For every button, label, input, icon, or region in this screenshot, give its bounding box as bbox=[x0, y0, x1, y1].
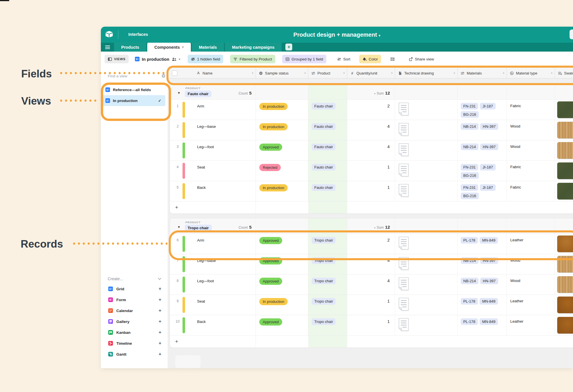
row-cell[interactable] bbox=[395, 140, 458, 160]
row-cell[interactable]: 4 bbox=[347, 254, 395, 274]
column-caret-icon[interactable]: ▾ bbox=[454, 72, 455, 75]
row-cell[interactable] bbox=[395, 120, 458, 140]
row-cell[interactable] bbox=[555, 120, 573, 140]
row-cell[interactable]: 1 bbox=[347, 181, 395, 201]
row-cell[interactable] bbox=[555, 181, 573, 201]
row-cell[interactable]: FN-231JI-187BG-216 bbox=[458, 161, 507, 181]
row-cell[interactable]: 7Leg—base bbox=[170, 254, 256, 274]
sidebar-view-in-production[interactable]: In production✓ bbox=[102, 95, 165, 106]
row-cell[interactable]: 9Seat bbox=[170, 295, 256, 315]
row-cell[interactable]: Wood bbox=[507, 254, 555, 274]
row-cell[interactable]: Fauto chair bbox=[308, 120, 347, 140]
row-cell[interactable]: Wood bbox=[507, 140, 555, 160]
add-record-cell[interactable]: + bbox=[170, 336, 256, 348]
row-cell[interactable] bbox=[395, 254, 458, 274]
material-pill[interactable]: JI-187 bbox=[480, 184, 495, 191]
material-pill[interactable]: PL-178 bbox=[461, 298, 478, 305]
row-cell[interactable]: Fauto chair bbox=[308, 181, 347, 201]
tab-materials[interactable]: Materials bbox=[192, 43, 224, 52]
row-cell[interactable] bbox=[555, 100, 573, 120]
row-height-button[interactable] bbox=[387, 55, 398, 63]
row-cell[interactable]: 3Leg—foot bbox=[170, 140, 256, 160]
column-header-material-type[interactable]: Material type▾ bbox=[507, 68, 555, 78]
material-pill[interactable]: MN-849 bbox=[480, 318, 498, 325]
row-cell[interactable]: Tropo chair bbox=[308, 254, 347, 274]
row-cell[interactable]: Approved bbox=[256, 275, 308, 295]
create-item-calendar[interactable]: Calendar+ bbox=[101, 305, 168, 316]
row-cell[interactable]: FN-231JI-187BG-216 bbox=[458, 100, 507, 120]
technical-drawing-icon[interactable] bbox=[399, 143, 409, 158]
table-row[interactable]: 3Leg—footApprovedFauto chair4NB-214HN-39… bbox=[170, 140, 573, 161]
material-pill[interactable]: HN-397 bbox=[480, 257, 498, 264]
row-cell[interactable]: In production bbox=[256, 100, 308, 120]
create-item-kanban[interactable]: Kanban+ bbox=[101, 327, 168, 338]
add-record-plus-icon[interactable]: + bbox=[175, 338, 178, 345]
collapse-group-icon[interactable]: ▼ bbox=[177, 225, 180, 229]
row-cell[interactable]: Fabric bbox=[507, 100, 555, 120]
material-pill[interactable]: FN-231 bbox=[461, 184, 478, 191]
row-cell[interactable]: Approved bbox=[256, 254, 308, 274]
row-cell[interactable]: Fauto chair bbox=[308, 100, 347, 120]
material-pill[interactable]: HN-397 bbox=[480, 144, 498, 150]
row-cell[interactable] bbox=[395, 161, 458, 181]
row-cell[interactable]: 4Seat bbox=[170, 161, 256, 181]
column-caret-icon[interactable]: ▾ bbox=[503, 72, 504, 75]
row-cell[interactable]: 2Leg—base bbox=[170, 120, 256, 140]
column-header-sample-status[interactable]: Sample status▾ bbox=[256, 68, 308, 78]
add-view-plus-icon[interactable]: + bbox=[159, 319, 161, 324]
create-item-form[interactable]: Form+ bbox=[101, 294, 168, 305]
technical-drawing-icon[interactable] bbox=[399, 277, 409, 292]
row-cell[interactable]: PL-178MN-849 bbox=[458, 295, 507, 315]
row-cell[interactable] bbox=[555, 140, 573, 160]
add-view-plus-icon[interactable]: + bbox=[159, 341, 161, 346]
row-cell[interactable]: 4 bbox=[347, 120, 395, 140]
row-cell[interactable]: 2 bbox=[347, 234, 395, 254]
row-cell[interactable]: Tropo chair bbox=[308, 234, 347, 254]
row-cell[interactable]: NB-214HN-397 bbox=[458, 275, 507, 295]
technical-drawing-icon[interactable] bbox=[399, 257, 409, 271]
row-cell[interactable]: Fauto chair bbox=[308, 140, 347, 160]
material-pill[interactable]: BG-216 bbox=[461, 193, 479, 199]
row-cell[interactable]: 1Arm bbox=[170, 100, 256, 120]
table-row[interactable]: 6ArmApprovedTropo chair2PL-178MN-849Leat… bbox=[170, 234, 573, 254]
table-row[interactable]: 1ArmIn productionFauto chair2FN-231JI-18… bbox=[170, 100, 573, 120]
material-pill[interactable]: MN-849 bbox=[480, 237, 498, 244]
select-all-checkbox[interactable] bbox=[172, 70, 177, 76]
row-cell[interactable]: Tropo chair bbox=[308, 275, 347, 295]
material-pill[interactable]: FN-231 bbox=[461, 103, 478, 109]
row-cell[interactable]: Wood bbox=[507, 275, 555, 295]
row-cell[interactable]: 4 bbox=[347, 140, 395, 160]
column-caret-icon[interactable]: ▾ bbox=[304, 72, 306, 75]
material-pill[interactable]: JI-187 bbox=[480, 103, 495, 109]
row-cell[interactable]: 1 bbox=[347, 161, 395, 181]
row-cell[interactable]: Fabric bbox=[507, 181, 555, 201]
row-cell[interactable]: Approved bbox=[256, 140, 308, 160]
base-title[interactable]: Product design + management▾ bbox=[101, 32, 573, 38]
table-row[interactable]: 2Leg—baseIn productionFauto chair4NB-214… bbox=[170, 120, 573, 140]
collapse-group-icon[interactable]: ▼ bbox=[177, 91, 180, 95]
group-sum[interactable]: ▾Sum12 bbox=[374, 225, 390, 230]
material-pill[interactable]: FN-231 bbox=[461, 164, 478, 170]
technical-drawing-icon[interactable] bbox=[399, 236, 409, 251]
table-row[interactable]: 4SeatRejectedFauto chair1FN-231JI-187BG-… bbox=[170, 161, 573, 181]
create-item-gantt[interactable]: Gantt+ bbox=[101, 349, 168, 360]
row-cell[interactable]: Fauto chair bbox=[308, 161, 347, 181]
row-cell[interactable] bbox=[395, 234, 458, 254]
material-pill[interactable]: HN-397 bbox=[480, 278, 498, 284]
column-caret-icon[interactable]: ▾ bbox=[551, 72, 552, 75]
share-view-button[interactable]: Share view bbox=[405, 55, 437, 63]
row-cell[interactable]: Wood bbox=[507, 120, 555, 140]
table-row[interactable]: 7Leg—baseApprovedTropo chair4NB-214HN-39… bbox=[170, 254, 573, 275]
row-cell[interactable]: 1 bbox=[347, 315, 395, 335]
row-cell[interactable]: 1 bbox=[347, 295, 395, 315]
add-record-plus-icon[interactable]: + bbox=[175, 204, 178, 211]
column-caret-icon[interactable]: ▾ bbox=[343, 72, 345, 75]
filter-button[interactable]: Filtered by Product bbox=[230, 55, 275, 63]
column-header-quantity-unit[interactable]: #Quantity/unit▾ bbox=[347, 68, 395, 78]
technical-drawing-icon[interactable] bbox=[399, 123, 409, 137]
view-switcher[interactable]: In production ▾ bbox=[135, 57, 180, 62]
row-cell[interactable]: 5Back bbox=[170, 181, 256, 201]
add-record-row[interactable]: + bbox=[170, 336, 573, 348]
header-right-button[interactable] bbox=[570, 30, 573, 39]
row-cell[interactable] bbox=[395, 315, 458, 335]
